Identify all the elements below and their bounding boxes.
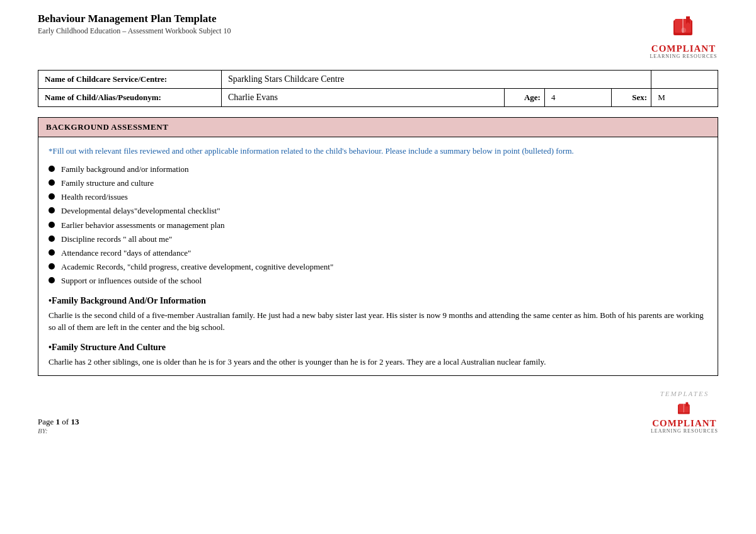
bullet-dot xyxy=(49,166,55,172)
list-item: Family structure and culture xyxy=(49,178,707,189)
bullet-text: Family structure and culture xyxy=(61,178,154,189)
service-label: Name of Childcare Service/Centre: xyxy=(38,71,222,89)
bullet-list: Family background and/or informationFami… xyxy=(49,164,707,287)
section-header: BACKGROUND ASSESSMENT xyxy=(38,118,718,137)
bullet-text: Discipline records " all about me" xyxy=(61,234,172,245)
bullet-dot xyxy=(49,193,55,200)
book-icon xyxy=(668,13,699,43)
bullet-dot xyxy=(49,263,55,270)
list-item: Discipline records " all about me" xyxy=(49,234,707,245)
bullet-dot xyxy=(49,179,55,186)
svg-point-4 xyxy=(681,28,686,33)
child-label: Name of Child/Alias/Pseudonym: xyxy=(38,89,222,107)
list-item: Academic Records, "child progress, creat… xyxy=(49,261,707,273)
bullet-dot xyxy=(49,277,55,283)
bullet-text: Earlier behavior assessments or manageme… xyxy=(61,220,225,231)
bullet-dot xyxy=(49,249,55,256)
list-item: Family background and/or information xyxy=(49,164,707,175)
sex-label: Sex: xyxy=(611,89,651,107)
age-value: 4 xyxy=(544,89,611,107)
section-body: *Fill out with relevant files reviewed a… xyxy=(38,137,718,375)
subsection-body: Charlie is the second child of a five-me… xyxy=(49,309,707,334)
info-table: Name of Childcare Service/Centre: Sparkl… xyxy=(38,70,718,107)
footer-compliant-text: COMPLIANT xyxy=(652,419,716,428)
footer-book-icon xyxy=(675,400,694,419)
footer-by: BY: xyxy=(38,427,79,435)
age-label: Age: xyxy=(505,89,544,107)
bullet-text: Health record/issues xyxy=(61,191,128,203)
list-item: Earlier behavior assessments or manageme… xyxy=(49,220,707,231)
subsections: •Family Background And/Or InformationCha… xyxy=(49,296,707,368)
subsection-title: •Family Background And/Or Information xyxy=(49,296,707,306)
sex-value: M xyxy=(651,89,718,107)
instruction-text: *Fill out with relevant files reviewed a… xyxy=(49,145,707,157)
page-separator: of xyxy=(62,417,71,426)
bullet-text: Academic Records, "child progress, creat… xyxy=(61,261,333,273)
bullet-text: Developmental delays"developmental check… xyxy=(61,205,220,217)
document-subtitle: Early Childhood Education – Assessment W… xyxy=(38,26,231,36)
bullet-text: Family background and/or information xyxy=(61,164,189,175)
bullet-dot xyxy=(49,207,55,213)
page-current: 1 xyxy=(56,417,60,426)
footer-learning-resources-text: LEARNING RESOURCES xyxy=(651,428,718,435)
list-item: Support or influences outside of the sch… xyxy=(49,275,707,287)
header-logo: COMPLIANT LEARNING RESOURCES xyxy=(649,13,718,60)
bullet-dot xyxy=(49,236,55,242)
subsection-body: Charlie has 2 other siblings, one is old… xyxy=(49,356,707,368)
footer-left: Page 1 of 13 BY: xyxy=(38,417,79,435)
svg-rect-7 xyxy=(684,404,684,412)
list-item: Developmental delays"developmental check… xyxy=(49,205,707,217)
bullet-text: Support or influences outside of the sch… xyxy=(61,275,202,287)
document-title: Behaviour Management Plan Template xyxy=(38,13,231,25)
page-total: 13 xyxy=(71,417,79,426)
table-row-child: Name of Child/Alias/Pseudonym: Charlie E… xyxy=(38,89,718,107)
page-header: Behaviour Management Plan Template Early… xyxy=(38,13,718,60)
bullet-text: Attendance record "days of attendance" xyxy=(61,247,191,259)
header-title-block: Behaviour Management Plan Template Early… xyxy=(38,13,231,36)
service-value: Sparkling Stars Childcare Centre xyxy=(221,71,651,89)
page-footer: Page 1 of 13 BY: TEMPLATES COMPLIANT LEA… xyxy=(38,386,718,435)
table-row-service: Name of Childcare Service/Centre: Sparkl… xyxy=(38,71,718,89)
child-value: Charlie Evans xyxy=(221,89,505,107)
list-item: Attendance record "days of attendance" xyxy=(49,247,707,259)
page-number: Page 1 of 13 xyxy=(38,417,79,427)
subsection-title: •Family Structure And Culture xyxy=(49,343,707,353)
bullet-dot xyxy=(49,222,55,228)
logo-learning-resources-text: LEARNING RESOURCES xyxy=(650,54,717,60)
background-assessment-section: BACKGROUND ASSESSMENT *Fill out with rel… xyxy=(38,117,718,376)
list-item: Health record/issues xyxy=(49,191,707,203)
footer-templates-label: TEMPLATES xyxy=(660,390,709,397)
footer-right: TEMPLATES COMPLIANT LEARNING RESOURCES xyxy=(651,390,718,435)
logo-compliant-text: COMPLIANT xyxy=(651,44,716,54)
page-text: Page xyxy=(38,417,56,426)
